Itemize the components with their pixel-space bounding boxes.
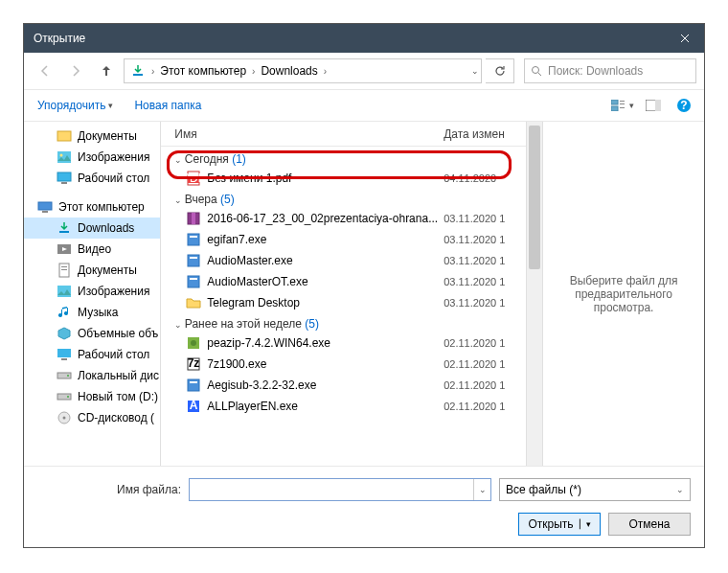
svg-rect-14 (57, 172, 71, 181)
file-row[interactable]: Telegram Desktop03.11.2020 1 (161, 292, 526, 313)
group-yesterday[interactable]: ⌄ Вчера (5) (161, 189, 526, 208)
open-file-dialog: Открытие › Этот компьютер › Downloads › … (23, 23, 705, 548)
svg-rect-4 (620, 101, 625, 102)
breadcrumb-folder[interactable]: Downloads (257, 62, 321, 80)
svg-rect-41 (188, 276, 199, 287)
search-icon (531, 65, 542, 77)
close-button[interactable] (666, 24, 704, 53)
svg-point-31 (63, 417, 66, 420)
svg-rect-3 (611, 106, 618, 111)
back-button[interactable] (32, 57, 58, 84)
file-row[interactable]: AudioMaster.exe03.11.2020 1 (161, 250, 526, 271)
svg-rect-25 (61, 358, 67, 360)
refresh-button[interactable] (486, 58, 514, 83)
file-row[interactable]: PDFБез имени 1.pdf04.11.2020 (161, 168, 526, 189)
breadcrumb-pc[interactable]: Этот компьютер (156, 62, 250, 80)
tree-downloads[interactable]: Downloads (24, 218, 160, 239)
svg-rect-24 (57, 349, 71, 357)
file-list[interactable]: Имя Дата измен ⌄ Сегодня (1) PDFБез имен… (161, 122, 526, 466)
dropdown-icon[interactable]: ⌄ (471, 66, 479, 76)
tree-cd-drive[interactable]: CD-дисковод ( (24, 407, 160, 428)
file-row[interactable]: 2016-06-17_23_00_02prezentaciya-ohrana..… (161, 208, 526, 229)
svg-rect-2 (611, 100, 618, 104)
tree-desktop-2[interactable]: Рабочий стол (24, 344, 160, 365)
filename-input[interactable]: ⌄ (189, 478, 491, 501)
svg-rect-47 (188, 379, 199, 391)
svg-rect-12 (57, 151, 71, 163)
folder-tree[interactable]: Документы Изображения Рабочий стол Этот … (24, 122, 161, 466)
tree-pictures[interactable]: Изображения (24, 147, 160, 168)
svg-rect-15 (61, 182, 67, 184)
header-name[interactable]: Имя (174, 127, 444, 141)
help-button[interactable]: ? (671, 95, 696, 116)
svg-rect-5 (620, 103, 625, 104)
downloads-icon (126, 61, 149, 80)
tree-documents[interactable]: Документы (24, 126, 160, 147)
filetype-select[interactable]: Все файлы (*)⌄ (499, 478, 691, 501)
tree-documents-2[interactable]: Документы (24, 260, 160, 281)
preview-pane-button[interactable] (641, 95, 666, 116)
svg-text:7z: 7z (188, 356, 200, 370)
chevron-icon: › (252, 66, 255, 77)
header-date[interactable]: Дата измен (444, 127, 526, 141)
svg-rect-36 (192, 213, 195, 224)
open-button[interactable]: Открыть▏▾ (518, 513, 601, 536)
dropdown-icon[interactable]: ⌄ (473, 479, 490, 500)
svg-rect-37 (188, 234, 199, 245)
up-button[interactable] (93, 57, 120, 84)
forward-button[interactable] (62, 57, 89, 84)
file-row[interactable]: Aegisub-3.2.2-32.exe02.11.2020 1 (161, 375, 526, 396)
nav-row: › Этот компьютер › Downloads › ⌄ Поиск: … (24, 53, 704, 89)
tree-new-volume[interactable]: Новый том (D:) (24, 386, 160, 407)
svg-point-13 (60, 154, 63, 157)
chevron-icon: › (151, 66, 154, 77)
svg-rect-16 (38, 202, 52, 210)
svg-rect-21 (61, 266, 67, 267)
svg-rect-23 (57, 286, 71, 297)
column-headers[interactable]: Имя Дата измен (161, 122, 526, 147)
view-button[interactable]: ▾ (610, 95, 635, 116)
filename-label: Имя файла: (37, 483, 181, 496)
tree-this-pc[interactable]: Этот компьютер (24, 196, 160, 218)
svg-rect-11 (57, 131, 71, 141)
tree-pictures-2[interactable]: Изображения (24, 281, 160, 302)
scrollbar[interactable] (526, 122, 542, 466)
titlebar: Открытие (24, 24, 704, 53)
svg-rect-38 (190, 236, 197, 238)
svg-rect-0 (133, 74, 143, 76)
file-row[interactable]: egifan7.exe03.11.2020 1 (161, 229, 526, 250)
svg-point-27 (67, 375, 69, 377)
svg-point-44 (191, 340, 196, 346)
tree-video[interactable]: Видео (24, 239, 160, 260)
group-today[interactable]: ⌄ Сегодня (1) (161, 149, 526, 168)
svg-rect-18 (59, 231, 69, 233)
group-earlier[interactable]: ⌄ Ранее на этой неделе (5) (161, 313, 526, 332)
svg-rect-8 (655, 100, 661, 111)
svg-rect-6 (620, 107, 625, 108)
search-input[interactable]: Поиск: Downloads (524, 58, 696, 83)
file-row[interactable]: AudioMasterOT.exe03.11.2020 1 (161, 271, 526, 292)
cancel-button[interactable]: Отмена (608, 513, 691, 536)
svg-rect-42 (190, 278, 197, 280)
svg-text:A: A (190, 399, 198, 412)
organize-button[interactable]: Упорядочить▾ (32, 95, 119, 116)
svg-rect-40 (190, 257, 197, 259)
chevron-icon: › (324, 66, 327, 77)
tree-3d[interactable]: Объемные объ (24, 323, 160, 344)
tree-music[interactable]: Музыка (24, 302, 160, 323)
svg-rect-22 (61, 269, 67, 270)
svg-rect-48 (190, 381, 197, 383)
tree-local-disk[interactable]: Локальный дис (24, 365, 160, 386)
new-folder-button[interactable]: Новая папка (128, 95, 207, 116)
preview-pane: Выберите файл для предварительного просм… (543, 122, 704, 466)
bottom-panel: Имя файла: ⌄ Все файлы (*)⌄ Открыть▏▾ От… (24, 466, 704, 547)
svg-rect-39 (188, 255, 199, 266)
svg-point-29 (67, 396, 69, 398)
svg-point-1 (533, 67, 539, 74)
breadcrumb[interactable]: › Этот компьютер › Downloads › ⌄ (124, 58, 482, 83)
file-row[interactable]: 7z7z1900.exe02.11.2020 1 (161, 354, 526, 375)
file-row[interactable]: AALLPlayerEN.exe02.11.2020 1 (161, 396, 526, 417)
file-row[interactable]: peazip-7.4.2.WIN64.exe02.11.2020 1 (161, 332, 526, 354)
tree-desktop[interactable]: Рабочий стол (24, 168, 160, 189)
dialog-title: Открытие (34, 32, 85, 45)
